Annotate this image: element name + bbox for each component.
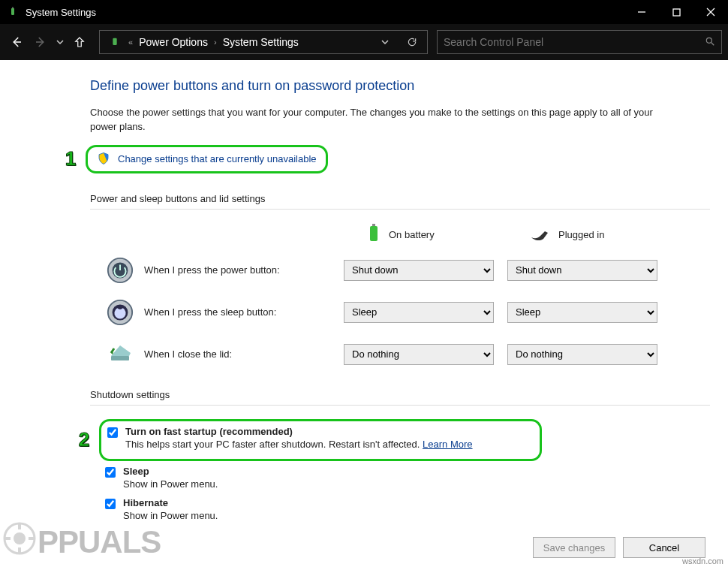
checkbox-description: This helps start your PC faster after sh… [125, 439, 473, 450]
address-dropdown[interactable] [375, 32, 396, 53]
lid-battery-select[interactable]: Do nothing [344, 344, 494, 365]
breadcrumb-item[interactable]: Power Options [139, 36, 208, 48]
minimize-button[interactable] [624, 0, 659, 24]
address-bar[interactable]: « Power Options › System Settings [99, 30, 428, 54]
search-box[interactable] [437, 30, 722, 54]
checkbox-description: Show in Power menu. [123, 478, 218, 490]
setting-label: When I press the sleep button: [144, 306, 276, 318]
breadcrumb-item[interactable]: System Settings [223, 36, 299, 48]
svg-line-10 [711, 42, 714, 45]
section-title: Shutdown settings [90, 389, 710, 400]
shutdown-settings-section: Shutdown settings 2 Turn on fast startup… [90, 389, 710, 521]
svg-rect-11 [370, 226, 378, 241]
checkbox-label: Hibernate [123, 497, 218, 508]
source-attribution: wsxdn.com [682, 556, 723, 565]
plug-icon [530, 227, 551, 243]
annotation-highlight-2: 2 Turn on fast startup (recommended) Thi… [99, 419, 542, 461]
lid-close-row: When I close the lid: Do nothing Do noth… [105, 339, 710, 369]
main-content: Define power buttons and turn on passwor… [0, 60, 728, 547]
setting-label: When I close the lid: [144, 348, 232, 360]
back-button[interactable] [6, 32, 27, 53]
hibernate-checkbox[interactable] [105, 499, 116, 509]
checkbox-label: Sleep [123, 466, 218, 477]
laptop-lid-icon [105, 339, 135, 369]
annotation-badge-1: 1 [59, 148, 82, 170]
footer-actions: Save changes Cancel [533, 537, 705, 558]
section-title: Power and sleep buttons and lid settings [90, 193, 710, 204]
search-icon [705, 36, 715, 49]
column-header-plugged: Plugged in [507, 227, 657, 243]
change-settings-link[interactable]: Change settings that are currently unava… [118, 153, 317, 164]
cancel-button[interactable]: Cancel [623, 537, 705, 558]
page-title: Define power buttons and turn on passwor… [90, 78, 710, 94]
fast-startup-checkbox[interactable] [107, 427, 118, 438]
column-header-battery: On battery [344, 223, 494, 246]
breadcrumb-sep: « [128, 38, 133, 47]
explorer-toolbar: « Power Options › System Settings [0, 24, 728, 60]
checkbox-description: Show in Power menu. [123, 510, 218, 521]
svg-rect-17 [111, 356, 129, 360]
svg-rect-8 [113, 38, 116, 45]
column-label: On battery [389, 229, 435, 240]
sleep-button-plugged-select[interactable]: Sleep [507, 302, 657, 323]
sleep-button-row: When I press the sleep button: Sleep Sle… [105, 297, 710, 327]
lid-plugged-select[interactable]: Do nothing [507, 344, 657, 365]
svg-rect-3 [673, 9, 680, 16]
power-options-icon [107, 35, 122, 50]
power-button-icon [105, 255, 135, 285]
sleep-button-icon [105, 297, 135, 327]
column-label: Plugged in [558, 229, 604, 240]
fast-startup-item: Turn on fast startup (recommended) This … [107, 426, 534, 450]
sleep-item: Sleep Show in Power menu. [105, 466, 710, 490]
forward-button[interactable] [30, 32, 51, 53]
svg-rect-0 [11, 8, 14, 15]
power-button-row: When I press the power button: Shut down… [105, 255, 710, 285]
recent-dropdown[interactable] [54, 32, 66, 53]
power-buttons-section: Power and sleep buttons and lid settings… [90, 193, 710, 369]
svg-rect-1 [12, 7, 13, 8]
power-button-plugged-select[interactable]: Shut down [507, 260, 657, 281]
hibernate-item: Hibernate Show in Power menu. [105, 497, 710, 521]
uac-shield-icon [97, 152, 112, 167]
chevron-right-icon: › [214, 38, 217, 47]
refresh-button[interactable] [402, 32, 423, 53]
window-title: System Settings [26, 7, 624, 18]
annotation-badge-2: 2 [73, 429, 95, 451]
up-button[interactable] [69, 32, 90, 53]
window-controls [624, 0, 728, 24]
battery-icon [366, 223, 381, 246]
setting-label: When I press the power button: [144, 264, 280, 276]
sleep-checkbox[interactable] [105, 467, 116, 478]
page-description: Choose the power settings that you want … [90, 106, 675, 134]
breadcrumb: « Power Options › System Settings [128, 36, 369, 48]
close-button[interactable] [693, 0, 728, 24]
search-input[interactable] [444, 36, 699, 48]
desc-text: This helps start your PC faster after sh… [125, 439, 420, 450]
annotation-highlight-1: 1 Change settings that are currently una… [86, 145, 328, 173]
divider [90, 209, 710, 210]
divider [90, 405, 710, 406]
app-icon [6, 5, 20, 19]
save-changes-button[interactable]: Save changes [533, 537, 615, 558]
power-button-battery-select[interactable]: Shut down [344, 260, 494, 281]
svg-rect-12 [372, 224, 375, 226]
window-titlebar: System Settings [0, 0, 728, 24]
maximize-button[interactable] [659, 0, 693, 24]
checkbox-label: Turn on fast startup (recommended) [125, 426, 473, 437]
sleep-button-battery-select[interactable]: Sleep [344, 302, 494, 323]
svg-point-9 [706, 38, 711, 43]
learn-more-link[interactable]: Learn More [423, 439, 472, 450]
